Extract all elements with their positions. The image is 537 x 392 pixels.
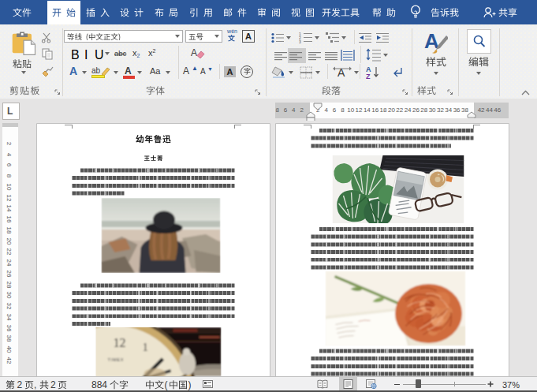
svg-text:1: 1	[142, 341, 148, 353]
svg-text:Z: Z	[366, 73, 371, 79]
svg-text:A: A	[337, 66, 345, 79]
svg-text:12: 12	[113, 336, 125, 349]
svg-text:TIMEX: TIMEX	[107, 357, 124, 362]
svg-text:3: 3	[299, 39, 301, 44]
